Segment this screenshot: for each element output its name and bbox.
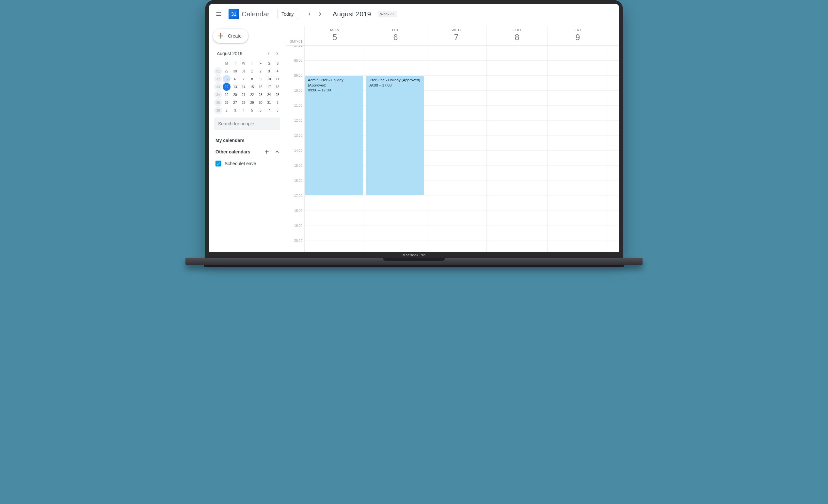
other-calendars-label[interactable]: Other calendars [215, 149, 250, 155]
day-of-week-label: MON [305, 28, 365, 32]
mini-day-cell[interactable]: 20 [231, 91, 239, 98]
day-column[interactable] [547, 46, 608, 252]
mini-day-cell[interactable]: 3 [265, 67, 273, 75]
other-calendars-list: ScheduleLeave [213, 161, 283, 166]
mini-day-cell[interactable]: 16 [257, 83, 264, 91]
mini-day-cell[interactable]: 29 [223, 67, 231, 75]
mini-next-month-button[interactable] [274, 50, 282, 57]
sidebar: Create August 2019 [209, 24, 286, 252]
mini-day-cell[interactable]: 14 [240, 83, 247, 91]
mini-day-cell[interactable]: 13 [231, 83, 239, 91]
mini-day-cell[interactable]: 3 [231, 107, 239, 114]
mini-day-cell[interactable]: 29 [248, 98, 256, 107]
mini-day-cell[interactable]: 7 [265, 107, 273, 114]
day-column-header[interactable]: THU8 [487, 26, 547, 45]
event-title: Admin User - Holiday (Approved) [308, 78, 361, 88]
prev-week-button[interactable] [304, 9, 315, 19]
next-week-button[interactable] [315, 9, 326, 19]
event-time: 09:00 – 17:00 [369, 83, 421, 88]
mini-day-cell[interactable]: 11 [274, 75, 282, 83]
people-search[interactable] [214, 118, 280, 130]
mini-day-cell[interactable]: 18 [274, 83, 282, 91]
mini-day-cell[interactable]: 9 [257, 75, 264, 83]
mini-day-cell[interactable]: 1 [248, 67, 256, 75]
calendar-app: 31 Calendar Today August 2019 Week 32 [209, 4, 619, 252]
mini-dow-label: T [231, 59, 239, 67]
day-column[interactable]: Admin User - Holiday (Approved)09:00 – 1… [304, 46, 365, 252]
mini-day-cell[interactable]: 22 [248, 91, 256, 98]
other-calendars-header: Other calendars [215, 148, 282, 156]
chevron-left-icon [266, 51, 271, 56]
calendar-event[interactable]: Admin User - Holiday (Approved)09:00 – 1… [305, 76, 363, 195]
hour-label: 10:00 [294, 89, 302, 92]
mini-day-cell[interactable]: 8 [274, 107, 282, 114]
mini-day-cell[interactable]: 31 [240, 67, 247, 75]
screen: 31 Calendar Today August 2019 Week 32 [209, 4, 619, 252]
calendar-event[interactable]: User One - Holiday (Approved)09:00 – 17:… [366, 76, 424, 195]
create-button[interactable]: Create [213, 29, 248, 43]
hour-label: 17:00 [294, 194, 302, 198]
mini-week-number: 35 [214, 98, 222, 107]
calendar-checkbox[interactable] [215, 161, 221, 166]
mini-day-cell[interactable]: 25 [274, 91, 282, 98]
chevron-right-icon [317, 11, 324, 17]
mini-day-cell[interactable]: 23 [257, 91, 264, 98]
mini-day-cell[interactable]: 17 [265, 83, 273, 91]
mini-day-cell[interactable]: 4 [274, 67, 282, 75]
hour-label: 20:00 [294, 239, 302, 243]
mini-day-cell[interactable]: 5 [223, 75, 231, 83]
event-title: User One - Holiday (Approved) [369, 78, 421, 83]
day-column[interactable] [487, 46, 547, 252]
day-column-header[interactable]: TUE6 [365, 26, 426, 45]
mini-day-cell[interactable]: 5 [248, 107, 256, 114]
week-view: GMT+01MON5TUE6WED7THU8FRI9 07:0008:0009:… [286, 24, 619, 252]
device-frame: 31 Calendar Today August 2019 Week 32 [205, 0, 623, 269]
mini-day-cell[interactable]: 2 [223, 107, 231, 114]
main-menu-button[interactable] [212, 7, 225, 20]
week-grid-scroll[interactable]: 07:0008:0009:0010:0011:0012:0013:0014:00… [286, 46, 619, 252]
mini-day-cell[interactable]: 28 [240, 98, 247, 107]
collapse-other-calendars-button[interactable] [273, 148, 282, 156]
day-column-header[interactable]: MON5 [304, 26, 365, 45]
today-button[interactable]: Today [277, 9, 298, 19]
mini-week-number: 36 [214, 107, 222, 114]
week-grid: 07:0008:0009:0010:0011:0012:0013:0014:00… [286, 46, 619, 252]
mini-day-cell[interactable]: 6 [231, 75, 239, 83]
hour-label: 18:00 [294, 209, 302, 212]
mini-day-cell[interactable]: 15 [248, 83, 256, 91]
mini-day-cell[interactable]: 12 [223, 83, 231, 91]
mini-day-cell[interactable]: 10 [265, 75, 273, 83]
mini-day-cell[interactable]: 1 [274, 98, 282, 107]
mini-day-cell[interactable]: 31 [265, 98, 273, 107]
mini-day-cell[interactable]: 19 [223, 91, 231, 98]
mini-day-cell[interactable]: 6 [257, 107, 264, 114]
app-name: Calendar [242, 10, 270, 18]
my-calendars-label[interactable]: My calendars [215, 138, 283, 143]
chevron-left-icon [306, 11, 313, 17]
day-number-label: 9 [547, 33, 608, 42]
day-of-week-label: THU [487, 28, 547, 32]
day-column-header[interactable]: WED7 [426, 26, 487, 45]
mini-day-cell[interactable]: 4 [240, 107, 247, 114]
hamburger-icon [215, 11, 222, 17]
day-of-week-label: TUE [365, 28, 426, 32]
mini-day-cell[interactable]: 7 [240, 75, 247, 83]
mini-day-cell[interactable]: 30 [257, 98, 264, 107]
mini-day-cell[interactable]: 27 [231, 98, 239, 107]
hour-label: 11:00 [294, 104, 302, 108]
calendar-list-item[interactable]: ScheduleLeave [215, 161, 283, 166]
mini-day-cell[interactable]: 21 [240, 91, 247, 98]
plus-icon [263, 149, 270, 155]
people-search-input[interactable] [218, 121, 276, 126]
day-column[interactable]: User One - Holiday (Approved)09:00 – 17:… [365, 46, 426, 252]
day-column[interactable] [426, 46, 487, 252]
mini-day-cell[interactable]: 26 [223, 98, 231, 107]
mini-dow-label: M [223, 59, 231, 67]
mini-day-cell[interactable]: 2 [257, 67, 264, 75]
mini-day-cell[interactable]: 24 [265, 91, 273, 98]
add-other-calendar-button[interactable] [262, 148, 271, 156]
mini-prev-month-button[interactable] [264, 50, 272, 57]
mini-day-cell[interactable]: 30 [231, 67, 239, 75]
day-column-header[interactable]: FRI9 [547, 26, 608, 45]
mini-day-cell[interactable]: 8 [248, 75, 256, 83]
